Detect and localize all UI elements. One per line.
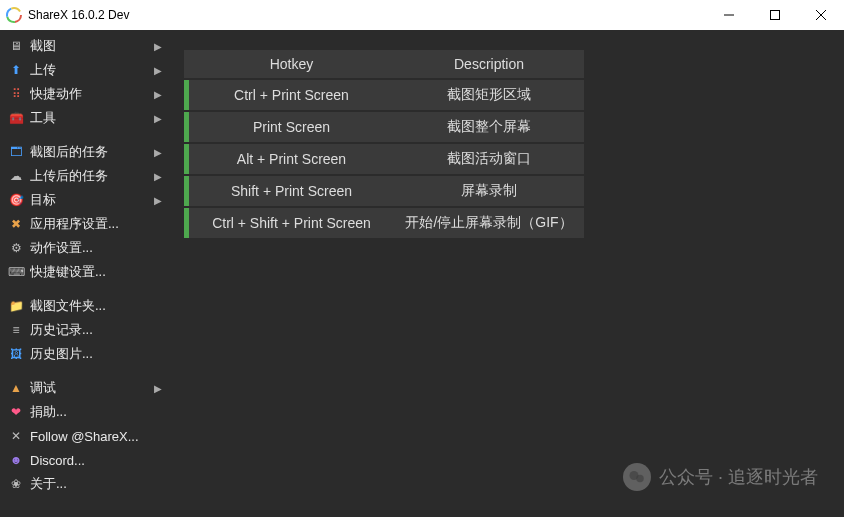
sidebar-item-icon: 🎯	[8, 193, 24, 207]
hotkey-cell: Ctrl + Print Screen	[184, 80, 394, 110]
sidebar-item-label: 上传	[30, 61, 154, 79]
sidebar-item[interactable]: 🖥截图▶	[0, 34, 170, 58]
chevron-right-icon: ▶	[154, 171, 162, 182]
titlebar: ShareX 16.0.2 Dev	[0, 0, 844, 30]
sidebar-item-label: 快捷键设置...	[30, 263, 162, 281]
sidebar-item[interactable]: ☻Discord...	[0, 448, 170, 472]
chevron-right-icon: ▶	[154, 65, 162, 76]
sidebar-item-label: Discord...	[30, 453, 162, 468]
sidebar-item-icon: ⌨	[8, 265, 24, 279]
sidebar-item[interactable]: 📁截图文件夹...	[0, 294, 170, 318]
sidebar-item-icon: ❀	[8, 477, 24, 491]
sidebar-item-label: 关于...	[30, 475, 162, 493]
sidebar-item-icon: 📁	[8, 299, 24, 313]
sidebar-item-label: 截图	[30, 37, 154, 55]
sidebar-item[interactable]: 🗔截图后的任务▶	[0, 140, 170, 164]
sidebar: 🖥截图▶⬆上传▶⠿快捷动作▶🧰工具▶🗔截图后的任务▶☁上传后的任务▶🎯目标▶✖应…	[0, 30, 170, 517]
hotkey-cell: Print Screen	[184, 112, 394, 142]
table-row[interactable]: Ctrl + Print Screen截图矩形区域	[184, 80, 584, 110]
sidebar-item-icon: 🧰	[8, 111, 24, 125]
sidebar-item-icon: ⬆	[8, 63, 24, 77]
sidebar-item-label: 历史记录...	[30, 321, 162, 339]
sidebar-separator	[0, 366, 170, 376]
table-row[interactable]: Shift + Print Screen屏幕录制	[184, 176, 584, 206]
sidebar-item-label: 历史图片...	[30, 345, 162, 363]
sidebar-item[interactable]: 🧰工具▶	[0, 106, 170, 130]
header-hotkey: Hotkey	[184, 50, 394, 78]
sidebar-item[interactable]: ✕Follow @ShareX...	[0, 424, 170, 448]
close-button[interactable]	[798, 0, 844, 30]
sidebar-item-icon: ⚙	[8, 241, 24, 255]
sidebar-separator	[0, 284, 170, 294]
sidebar-item-icon: 🗔	[8, 145, 24, 159]
chevron-right-icon: ▶	[154, 383, 162, 394]
sidebar-item-icon: 🖼	[8, 347, 24, 361]
sidebar-item-icon: ≡	[8, 323, 24, 337]
description-cell: 屏幕录制	[394, 176, 584, 206]
maximize-button[interactable]	[752, 0, 798, 30]
sidebar-item[interactable]: ≡历史记录...	[0, 318, 170, 342]
hotkey-table: Hotkey Description Ctrl + Print Screen截图…	[184, 48, 584, 240]
description-cell: 截图活动窗口	[394, 144, 584, 174]
app-logo-icon	[6, 7, 22, 23]
hotkey-cell: Ctrl + Shift + Print Screen	[184, 208, 394, 238]
sidebar-item-icon: ❤	[8, 405, 24, 419]
sidebar-item[interactable]: ▲调试▶	[0, 376, 170, 400]
sidebar-item-label: 动作设置...	[30, 239, 162, 257]
wechat-icon	[623, 463, 651, 491]
description-cell: 开始/停止屏幕录制（GIF）	[394, 208, 584, 238]
main-panel: Hotkey Description Ctrl + Print Screen截图…	[170, 30, 844, 517]
table-row[interactable]: Print Screen截图整个屏幕	[184, 112, 584, 142]
window-title: ShareX 16.0.2 Dev	[28, 8, 129, 22]
svg-point-6	[636, 475, 644, 483]
sidebar-item-icon: ✖	[8, 217, 24, 231]
sidebar-item[interactable]: 🎯目标▶	[0, 188, 170, 212]
sidebar-separator	[0, 130, 170, 140]
sidebar-item-label: 捐助...	[30, 403, 162, 421]
sidebar-item-icon: ⠿	[8, 87, 24, 101]
sidebar-item[interactable]: ❤捐助...	[0, 400, 170, 424]
svg-rect-4	[771, 11, 780, 20]
table-row[interactable]: Ctrl + Shift + Print Screen开始/停止屏幕录制（GIF…	[184, 208, 584, 238]
sidebar-item-label: 目标	[30, 191, 154, 209]
sidebar-item[interactable]: 🖼历史图片...	[0, 342, 170, 366]
sidebar-item-icon: 🖥	[8, 39, 24, 53]
table-header-row: Hotkey Description	[184, 50, 584, 78]
chevron-right-icon: ▶	[154, 113, 162, 124]
sidebar-item-label: 截图后的任务	[30, 143, 154, 161]
sidebar-item[interactable]: ⌨快捷键设置...	[0, 260, 170, 284]
hotkey-cell: Shift + Print Screen	[184, 176, 394, 206]
sidebar-item-icon: ☻	[8, 453, 24, 467]
sidebar-item[interactable]: ❀关于...	[0, 472, 170, 496]
minimize-button[interactable]	[706, 0, 752, 30]
sidebar-item-label: 上传后的任务	[30, 167, 154, 185]
hotkey-cell: Alt + Print Screen	[184, 144, 394, 174]
sidebar-item-label: Follow @ShareX...	[30, 429, 162, 444]
chevron-right-icon: ▶	[154, 195, 162, 206]
sidebar-item[interactable]: ⬆上传▶	[0, 58, 170, 82]
sidebar-item-label: 调试	[30, 379, 154, 397]
watermark: 公众号 · 追逐时光者	[623, 463, 818, 491]
sidebar-item-label: 快捷动作	[30, 85, 154, 103]
header-description: Description	[394, 50, 584, 78]
sidebar-item-icon: ☁	[8, 169, 24, 183]
description-cell: 截图矩形区域	[394, 80, 584, 110]
sidebar-item-icon: ▲	[8, 381, 24, 395]
chevron-right-icon: ▶	[154, 147, 162, 158]
sidebar-item-label: 应用程序设置...	[30, 215, 162, 233]
description-cell: 截图整个屏幕	[394, 112, 584, 142]
table-row[interactable]: Alt + Print Screen截图活动窗口	[184, 144, 584, 174]
sidebar-item[interactable]: ✖应用程序设置...	[0, 212, 170, 236]
watermark-text: 公众号 · 追逐时光者	[659, 465, 818, 489]
sidebar-item[interactable]: ⚙动作设置...	[0, 236, 170, 260]
sidebar-item-icon: ✕	[8, 429, 24, 443]
sidebar-item[interactable]: ⠿快捷动作▶	[0, 82, 170, 106]
sidebar-item-label: 工具	[30, 109, 154, 127]
chevron-right-icon: ▶	[154, 41, 162, 52]
sidebar-item-label: 截图文件夹...	[30, 297, 162, 315]
sidebar-item[interactable]: ☁上传后的任务▶	[0, 164, 170, 188]
chevron-right-icon: ▶	[154, 89, 162, 100]
